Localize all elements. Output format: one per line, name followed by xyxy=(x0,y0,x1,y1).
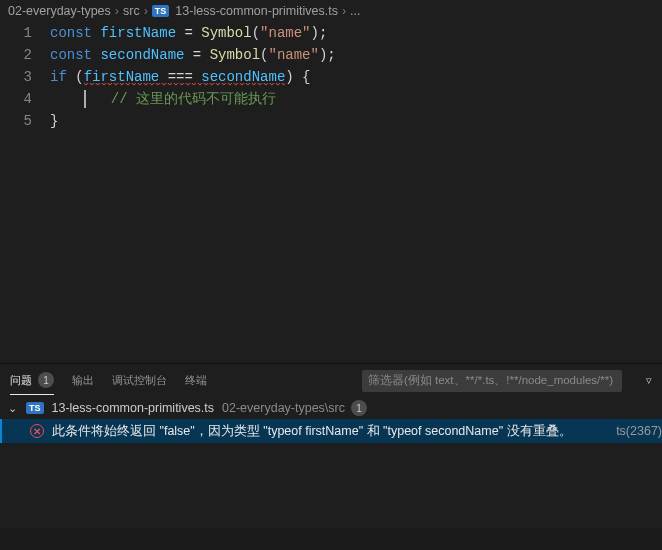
breadcrumb[interactable]: 02-everyday-types › src › TS 13-less-com… xyxy=(0,0,662,22)
problems-count-badge: 1 xyxy=(38,372,54,388)
error-squiggle[interactable]: firstName === secondName xyxy=(84,69,286,86)
tab-terminal[interactable]: 终端 xyxy=(185,367,207,394)
error-icon: ✕ xyxy=(30,424,44,438)
panel-tabs: 问题 1 输出 调试控制台 终端 筛选器(例如 text、**/*.ts、!**… xyxy=(0,364,662,397)
file-problems-count: 1 xyxy=(351,400,367,416)
code-line[interactable]: if (firstName === secondName) { xyxy=(50,66,311,88)
code-editor[interactable]: 1 const firstName = Symbol("name"); 2 co… xyxy=(0,22,662,363)
problems-file-row[interactable]: ⌄ TS 13-less-common-primitives.ts 02-eve… xyxy=(0,397,662,419)
code-line[interactable]: const secondName = Symbol("name"); xyxy=(50,44,336,66)
cursor xyxy=(84,90,86,108)
tab-debug-console[interactable]: 调试控制台 xyxy=(112,367,167,394)
tab-label: 问题 xyxy=(10,373,32,388)
crumb-folder[interactable]: 02-everyday-types xyxy=(8,4,111,18)
code-line[interactable]: } xyxy=(50,110,58,132)
problems-list: ⌄ TS 13-less-common-primitives.ts 02-eve… xyxy=(0,397,662,528)
code-line[interactable]: const firstName = Symbol("name"); xyxy=(50,22,327,44)
problems-file-path: 02-everyday-types\src xyxy=(222,401,345,415)
problems-file-name: 13-less-common-primitives.ts xyxy=(52,401,215,415)
problem-code: ts(2367) xyxy=(616,424,662,438)
chevron-right-icon: › xyxy=(144,4,148,18)
problem-message: 此条件将始终返回 "false"，因为类型 "typeof firstName"… xyxy=(52,423,602,440)
filter-input[interactable]: 筛选器(例如 text、**/*.ts、!**/node_modules/**) xyxy=(362,370,622,392)
chevron-right-icon: › xyxy=(115,4,119,18)
chevron-down-icon[interactable]: ⌄ xyxy=(8,402,20,415)
filter-placeholder: 筛选器(例如 text、**/*.ts、!**/node_modules/**) xyxy=(368,373,616,388)
bottom-panel: 问题 1 输出 调试控制台 终端 筛选器(例如 text、**/*.ts、!**… xyxy=(0,363,662,528)
line-number: 2 xyxy=(0,44,50,66)
typescript-icon: TS xyxy=(152,5,170,17)
line-number: 4 xyxy=(0,88,50,110)
line-number: 1 xyxy=(0,22,50,44)
filter-icon[interactable]: ▿ xyxy=(646,374,652,387)
problem-item[interactable]: ✕ 此条件将始终返回 "false"，因为类型 "typeof firstNam… xyxy=(0,419,662,443)
line-number: 5 xyxy=(0,110,50,132)
tab-output[interactable]: 输出 xyxy=(72,367,94,394)
crumb-sub[interactable]: src xyxy=(123,4,140,18)
chevron-right-icon: › xyxy=(342,4,346,18)
status-bar[interactable] xyxy=(0,528,662,550)
line-number: 3 xyxy=(0,66,50,88)
crumb-file[interactable]: 13-less-common-primitives.ts xyxy=(175,4,338,18)
tab-problems[interactable]: 问题 1 xyxy=(10,366,54,395)
typescript-icon: TS xyxy=(26,402,44,414)
code-line[interactable]: // 这里的代码不可能执行 xyxy=(50,88,276,110)
crumb-more[interactable]: ... xyxy=(350,4,360,18)
